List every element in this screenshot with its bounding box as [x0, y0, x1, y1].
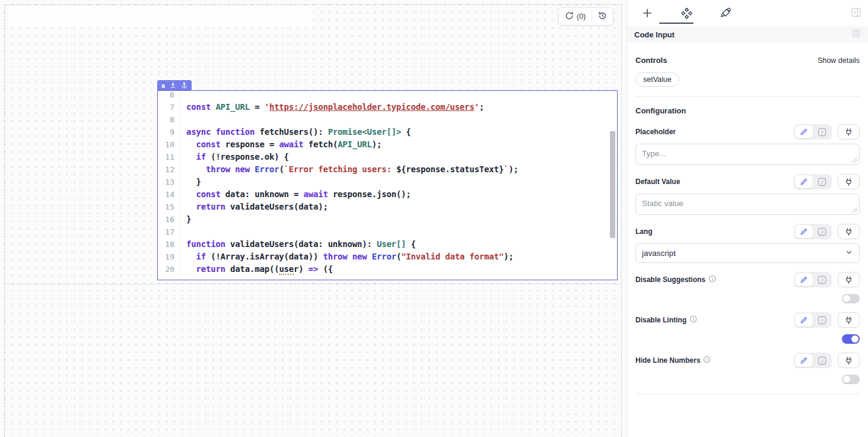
- code-line[interactable]: 7const API_URL = 'https://jsonplaceholde…: [158, 101, 609, 113]
- placeholder-input[interactable]: Type...: [635, 144, 860, 165]
- code-text: if (!Array.isArray(data)) throw new Erro…: [186, 251, 513, 263]
- lang-bind-button[interactable]: [838, 224, 860, 239]
- chevron-down-icon: [845, 248, 853, 258]
- disable-linting-js-mode-button[interactable]: f: [813, 314, 831, 327]
- code-line[interactable]: 9async function fetchUsers(): Promise<Us…: [158, 126, 609, 138]
- code-line[interactable]: 16}: [158, 213, 609, 226]
- line-number: [158, 276, 180, 280]
- placeholder-label: Placeholder: [635, 128, 676, 136]
- editor-scrollbar-thumb[interactable]: [610, 131, 615, 238]
- code-line[interactable]: 17: [158, 226, 609, 238]
- line-number: 20: [158, 263, 180, 276]
- code-text: return data.map((user) => ({: [186, 263, 333, 276]
- line-number: 17: [158, 226, 180, 238]
- property-disable-linting: Disable Lintingf: [635, 312, 860, 344]
- canvas-toolbar: (0): [558, 7, 613, 26]
- svg-text:f: f: [821, 317, 824, 323]
- default-value-input[interactable]: Static value: [635, 194, 860, 215]
- info-icon[interactable]: [708, 275, 716, 284]
- hide-line-numbers-js-mode-button[interactable]: f: [813, 354, 831, 367]
- info-icon[interactable]: [703, 356, 711, 365]
- property-hide-line-numbers: Hide Line Numbersf: [635, 352, 860, 384]
- widget-name-chip[interactable]: a: [157, 80, 192, 91]
- placeholder-js-mode-button[interactable]: f: [813, 125, 831, 138]
- property-pane-tabs: [627, 0, 868, 26]
- code-text: }: [186, 176, 201, 188]
- svg-text:f: f: [821, 357, 824, 363]
- refresh-button[interactable]: (0): [559, 8, 592, 25]
- hide-line-numbers-edit-mode-button[interactable]: [795, 354, 813, 367]
- placeholder-edit-mode-button[interactable]: [795, 125, 813, 138]
- default-value-js-mode-button[interactable]: f: [813, 175, 831, 188]
- lang-js-mode-button[interactable]: f: [813, 225, 831, 238]
- setvalue-chip[interactable]: setValue: [635, 72, 679, 87]
- lang-edit-mode-button[interactable]: [795, 225, 813, 238]
- disable-suggestions-js-mode-button[interactable]: f: [813, 273, 831, 286]
- default-value-edit-mode-button[interactable]: [795, 175, 813, 188]
- line-number: 7: [158, 101, 180, 113]
- code-editor[interactable]: 67const API_URL = 'https://jsonplacehold…: [158, 90, 609, 280]
- default-value-bind-button[interactable]: [838, 174, 860, 189]
- line-number: 10: [158, 138, 180, 151]
- hide-line-numbers-bind-button[interactable]: [838, 353, 860, 368]
- add-widget-tab[interactable]: [639, 5, 656, 21]
- code-line[interactable]: 15 return validateUsers(data);: [158, 201, 609, 213]
- resize-handle[interactable]: [852, 157, 857, 163]
- line-number: 9: [158, 126, 180, 138]
- code-line[interactable]: 12 throw new Error(`Error fetching users…: [158, 163, 609, 176]
- property-placeholder: PlaceholderfType...: [635, 124, 860, 165]
- hide-line-numbers-toggle[interactable]: [842, 375, 860, 384]
- configuration-title: Configuration: [635, 106, 686, 115]
- show-details-link[interactable]: Show details: [818, 56, 860, 65]
- placeholder-bind-button[interactable]: [838, 124, 860, 140]
- anchor-icon[interactable]: [181, 80, 187, 91]
- code-line[interactable]: 20 return data.map((user) => ({: [158, 263, 609, 276]
- widget-name: a: [161, 83, 165, 89]
- disable-linting-toggle[interactable]: [842, 334, 860, 344]
- disable-suggestions-bind-button[interactable]: [838, 272, 860, 287]
- editor-canvas[interactable]: (0) a 67const API_URL = 'https://jsonpla…: [0, 0, 627, 437]
- widget-header-bar: Code Input: [627, 26, 868, 43]
- history-icon: [598, 11, 607, 22]
- disable-linting-edit-mode-button[interactable]: [795, 314, 813, 327]
- lang-select[interactable]: javascript: [635, 243, 860, 263]
- code-line[interactable]: 10 const response = await fetch(API_URL)…: [158, 138, 609, 151]
- disable-suggestions-edit-mode-button[interactable]: [795, 273, 813, 286]
- code-line[interactable]: 8: [158, 113, 609, 126]
- resize-handle[interactable]: [852, 207, 857, 213]
- widget-docs-icon[interactable]: [851, 28, 861, 40]
- styles-tab[interactable]: [717, 5, 734, 21]
- widget-properties-tab[interactable]: [678, 5, 695, 21]
- refresh-count: (0): [577, 12, 586, 21]
- code-line[interactable]: 18function validateUsers(data: unknown):…: [158, 238, 609, 251]
- line-number: 19: [158, 251, 180, 263]
- code-text: function validateUsers(data: unknown): U…: [186, 238, 416, 251]
- controls-title: Controls: [635, 56, 667, 65]
- property-default-value: Default ValuefStatic value: [635, 173, 860, 215]
- default-value-label: Default Value: [635, 178, 680, 186]
- code-line[interactable]: 19 if (!Array.isArray(data)) throw new E…: [158, 251, 609, 263]
- code-line[interactable]: 11 if (!response.ok) {: [158, 151, 609, 163]
- lang-label: Lang: [635, 227, 653, 236]
- disable-suggestions-toggle[interactable]: [842, 294, 860, 303]
- disable-linting-bind-button[interactable]: [838, 312, 860, 328]
- property-lang: Langfjavascript: [635, 223, 860, 263]
- collapse-panel-icon[interactable]: [851, 7, 861, 20]
- app-window: (0) a 67const API_URL = 'https://jsonpla…: [0, 0, 868, 437]
- code-text: const data: unknown = await response.jso…: [186, 188, 411, 201]
- disable-linting-mode-switcher: f: [794, 312, 832, 328]
- section-divider: [635, 96, 860, 97]
- code-text: async function fetchUsers(): Promise<Use…: [186, 126, 411, 138]
- code-input-widget[interactable]: 67const API_URL = 'https://jsonplacehold…: [157, 90, 618, 280]
- scroll-to-widget-icon[interactable]: [170, 80, 176, 91]
- section-divider-bottom: [635, 394, 860, 394]
- disable-suggestions-label: Disable Suggestions: [635, 275, 716, 284]
- code-line[interactable]: 6: [158, 90, 609, 101]
- info-icon[interactable]: [689, 315, 697, 325]
- lang-value: javascript: [642, 249, 676, 258]
- default-value-mode-switcher: f: [794, 174, 832, 189]
- code-line[interactable]: 14 const data: unknown = await response.…: [158, 188, 609, 201]
- code-line[interactable]: [158, 276, 609, 280]
- code-line[interactable]: 13 }: [158, 176, 609, 188]
- history-button[interactable]: [592, 8, 613, 25]
